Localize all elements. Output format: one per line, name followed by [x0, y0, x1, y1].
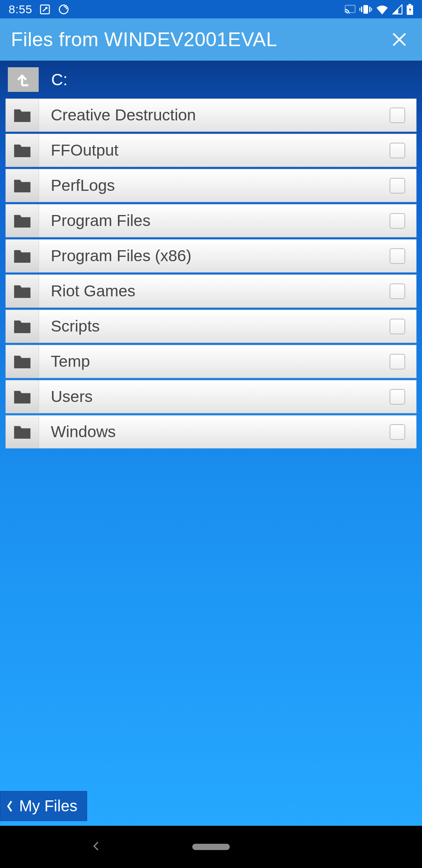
battery-icon: [406, 4, 413, 15]
file-row[interactable]: Temp: [5, 345, 417, 378]
app-header: Files from WINDEV2001EVAL: [0, 18, 422, 61]
file-name-label: Creative Destruction: [39, 106, 390, 124]
file-name-label: Program Files: [39, 212, 390, 230]
file-row[interactable]: Scripts: [5, 310, 417, 343]
file-row[interactable]: Windows: [5, 415, 417, 448]
folder-icon: [6, 310, 39, 343]
file-list: Creative DestructionFFOutputPerfLogsProg…: [0, 99, 422, 448]
svg-rect-7: [371, 8, 372, 11]
folder-icon: [6, 99, 39, 131]
folder-icon: [6, 169, 39, 202]
file-checkbox[interactable]: [390, 354, 405, 369]
file-checkbox[interactable]: [390, 424, 405, 440]
file-name-label: PerfLogs: [39, 176, 390, 195]
file-name-label: Scripts: [39, 317, 390, 335]
file-row[interactable]: FFOutput: [5, 134, 417, 167]
chevron-left-icon: [6, 800, 14, 813]
my-files-label: My Files: [19, 797, 77, 815]
file-checkbox[interactable]: [390, 283, 405, 299]
android-home-pill[interactable]: [192, 844, 230, 850]
svg-rect-6: [359, 8, 360, 11]
up-directory-button[interactable]: [8, 67, 39, 92]
folder-icon: [6, 240, 39, 272]
status-bar: 8:55: [0, 0, 422, 18]
up-arrow-icon: [15, 72, 32, 88]
file-row[interactable]: Riot Games: [5, 274, 417, 308]
folder-icon: [6, 275, 39, 307]
file-name-label: FFOutput: [39, 141, 390, 160]
status-notification-icon-1: [39, 4, 51, 15]
page-title: Files from WINDEV2001EVAL: [11, 28, 277, 51]
vibrate-icon: [359, 4, 372, 14]
status-clock: 8:55: [9, 3, 32, 16]
android-back-button[interactable]: [91, 840, 102, 854]
main-content: C: Creative DestructionFFOutputPerfLogsP…: [0, 61, 422, 826]
folder-icon: [6, 204, 39, 237]
path-row: C:: [0, 61, 422, 99]
file-checkbox[interactable]: [390, 319, 405, 334]
file-row[interactable]: Creative Destruction: [5, 99, 417, 132]
signal-icon: [392, 4, 402, 14]
file-row[interactable]: PerfLogs: [5, 169, 417, 202]
svg-rect-9: [409, 4, 411, 5]
file-name-label: Program Files (x86): [39, 247, 390, 265]
file-checkbox[interactable]: [390, 178, 405, 194]
file-name-label: Users: [39, 387, 390, 406]
chevron-left-icon: [91, 840, 102, 852]
file-checkbox[interactable]: [390, 389, 405, 405]
folder-icon: [6, 345, 39, 378]
wifi-icon: [376, 4, 388, 14]
file-name-label: Temp: [39, 352, 390, 371]
file-checkbox[interactable]: [390, 108, 405, 123]
file-row[interactable]: Program Files: [5, 204, 417, 237]
android-nav-bar: [0, 826, 422, 868]
file-row[interactable]: Program Files (x86): [5, 239, 417, 273]
file-checkbox[interactable]: [390, 248, 405, 264]
bottom-nav: My Files: [0, 791, 87, 821]
folder-icon: [6, 416, 39, 448]
status-notification-icon-2: [58, 4, 70, 15]
svg-rect-5: [369, 7, 370, 12]
file-name-label: Windows: [39, 423, 390, 441]
svg-rect-3: [363, 5, 368, 14]
cast-icon: [345, 5, 356, 14]
file-checkbox[interactable]: [390, 213, 405, 229]
folder-icon: [6, 134, 39, 167]
file-row[interactable]: Users: [5, 380, 417, 413]
my-files-button[interactable]: My Files: [0, 791, 87, 821]
folder-icon: [6, 380, 39, 413]
svg-rect-4: [361, 7, 362, 12]
file-checkbox[interactable]: [390, 143, 405, 158]
close-icon: [390, 30, 408, 48]
close-button[interactable]: [388, 28, 411, 51]
current-path-label: C:: [51, 70, 68, 89]
file-name-label: Riot Games: [39, 282, 390, 300]
